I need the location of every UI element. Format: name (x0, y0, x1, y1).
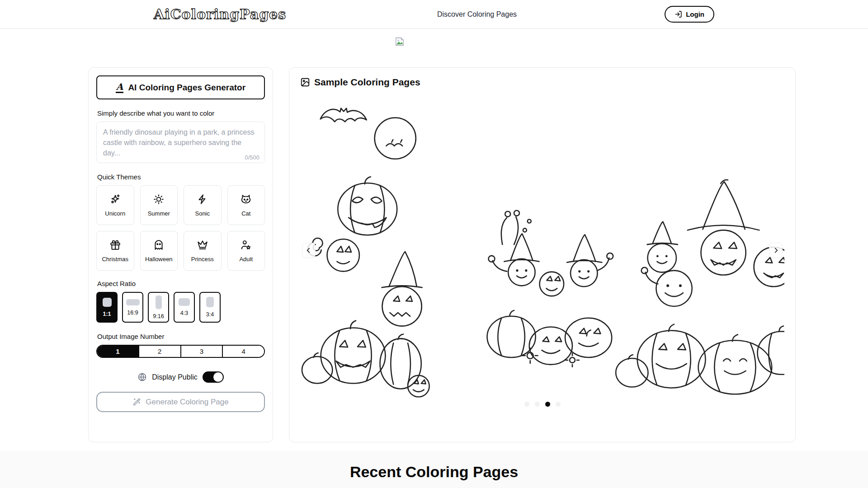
output-option-3[interactable]: 3 (180, 346, 222, 357)
chevron-left-icon (305, 247, 312, 254)
samples-panel: Sample Coloring Pages (289, 67, 796, 442)
header: AiColoringPages Discover Coloring Pages … (0, 0, 868, 29)
broken-image-icon (395, 37, 405, 47)
ratio-label: 1:1 (103, 311, 111, 317)
login-button[interactable]: Login (665, 6, 714, 23)
carousel-dot-1[interactable] (524, 402, 529, 407)
ratio-button-16-9[interactable]: 16:9 (122, 292, 143, 323)
char-counter: 0/500 (245, 154, 259, 161)
describe-label: Simply describe what you want to color (97, 109, 265, 117)
main-content: A AI Coloring Pages Generator Simply des… (88, 67, 868, 442)
login-icon (675, 10, 682, 18)
carousel-next-button[interactable] (769, 243, 783, 258)
recent-section: Recent Coloring Pages Discover the lates… (0, 450, 868, 488)
theme-button-unicorn[interactable]: Unicorn (96, 185, 134, 225)
ratio-label: 16:9 (127, 310, 138, 316)
ratio-shape (103, 298, 112, 307)
ratio-button-1-1[interactable]: 1:1 (96, 292, 118, 323)
ratio-label: 4:3 (180, 310, 188, 316)
theme-button-christmas[interactable]: Christmas (96, 231, 134, 271)
generate-label: Generate Coloring Page (146, 398, 228, 407)
sample-coloring-image (300, 94, 784, 406)
aspect-ratio-group: 1:1 16:9 9:16 4:3 3:4 (96, 292, 265, 323)
toggle-knob (213, 372, 223, 382)
cat-icon (240, 193, 252, 205)
theme-label: Christmas (102, 256, 128, 263)
samples-title: Sample Coloring Pages (314, 77, 420, 88)
ratio-shape (179, 298, 190, 306)
font-a-icon: A (116, 82, 124, 93)
ratio-button-9-16[interactable]: 9:16 (148, 292, 169, 323)
ratio-shape (156, 296, 162, 309)
generator-panel: A AI Coloring Pages Generator Simply des… (88, 67, 273, 442)
generator-title-text: AI Coloring Pages Generator (128, 83, 245, 93)
theme-button-princess[interactable]: Princess (184, 231, 222, 271)
prompt-input[interactable] (96, 122, 265, 163)
ratio-button-3-4[interactable]: 3:4 (199, 292, 221, 323)
generate-button[interactable]: Generate Coloring Page (96, 392, 265, 412)
output-option-1[interactable]: 1 (97, 346, 138, 357)
output-option-4[interactable]: 4 (222, 346, 264, 357)
theme-button-summer[interactable]: Summer (140, 185, 178, 225)
aspect-ratio-label: Aspect Ratio (97, 280, 265, 287)
site-logo[interactable]: AiColoringPages (154, 6, 394, 22)
ratio-shape (126, 299, 140, 305)
output-number-label: Output Image Number (97, 333, 265, 340)
carousel-dot-4[interactable] (556, 402, 561, 407)
theme-label: Princess (191, 256, 214, 263)
themes-grid: Unicorn Summer Sonic Cat (96, 185, 265, 271)
theme-label: Unicorn (105, 210, 125, 217)
theme-button-sonic[interactable]: Sonic (184, 185, 222, 225)
ratio-label: 3:4 (206, 311, 214, 318)
globe-icon (137, 372, 147, 382)
samples-carousel (300, 88, 784, 413)
theme-label: Adult (239, 256, 253, 263)
carousel-prev-button[interactable] (302, 243, 316, 258)
theme-label: Sonic (195, 210, 210, 217)
magic-wand-icon (132, 398, 141, 406)
ratio-label: 9:16 (153, 313, 164, 319)
carousel-dot-3[interactable] (545, 402, 550, 407)
lightning-icon (197, 193, 208, 205)
image-icon (300, 77, 310, 87)
ratio-button-4-3[interactable]: 4:3 (174, 292, 195, 323)
output-option-2[interactable]: 2 (138, 346, 180, 357)
display-public-label: Display Public (152, 373, 197, 381)
crown-icon (197, 239, 208, 251)
person-star-icon (240, 239, 252, 251)
login-label: Login (686, 10, 704, 18)
theme-button-halloween[interactable]: Halloween (140, 231, 178, 271)
ghost-icon (153, 239, 165, 251)
gift-icon (109, 239, 121, 251)
generator-title: A AI Coloring Pages Generator (96, 75, 265, 99)
quick-themes-label: Quick Themes (97, 173, 265, 181)
sun-icon (153, 193, 165, 205)
theme-label: Summer (148, 210, 170, 217)
display-public-toggle[interactable] (203, 371, 224, 383)
sparkles-icon (109, 193, 121, 205)
recent-title: Recent Coloring Pages (0, 463, 868, 481)
chevron-right-icon (772, 247, 779, 254)
theme-label: Cat (241, 210, 250, 217)
nav-discover-link[interactable]: Discover Coloring Pages (437, 10, 517, 19)
output-number-group: 1 2 3 4 (96, 345, 265, 358)
ratio-shape (206, 297, 214, 307)
theme-label: Halloween (145, 256, 173, 263)
theme-button-cat[interactable]: Cat (227, 185, 265, 225)
carousel-dots (524, 402, 561, 407)
theme-button-adult[interactable]: Adult (227, 231, 265, 271)
carousel-dot-2[interactable] (535, 402, 540, 407)
